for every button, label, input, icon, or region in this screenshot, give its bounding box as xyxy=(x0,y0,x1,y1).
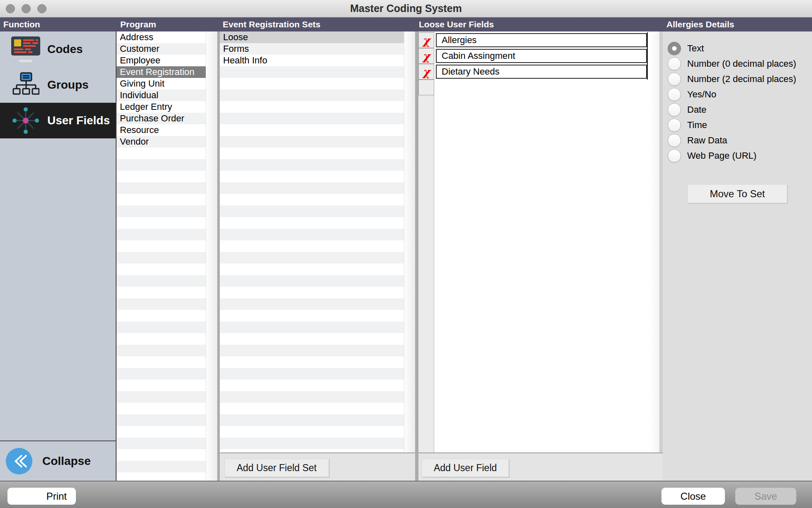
program-row-purchase-order[interactable]: Purchase Order xyxy=(117,113,206,124)
titlebar: Master Coding System xyxy=(0,0,812,17)
user-field-input-dietary-needs[interactable] xyxy=(436,65,647,79)
close-window-icon[interactable] xyxy=(6,4,15,13)
sidebar-item-label: User Fields xyxy=(47,114,110,127)
column-header-bar: Function Program Event Registration Sets… xyxy=(0,17,812,31)
allergies-details-panel: TextNumber (0 decimal places)Number (2 d… xyxy=(663,31,812,481)
radio-button-number-2-decimal-places[interactable] xyxy=(668,73,681,86)
zoom-window-icon[interactable] xyxy=(37,4,46,13)
field-type-option-number-2-decimal-places: Number (2 decimal places) xyxy=(663,71,812,87)
program-row-customer[interactable]: Customer xyxy=(117,43,206,55)
set-row-loose[interactable]: Loose xyxy=(220,31,404,43)
header-loose-user-fields: Loose User Fields xyxy=(419,17,494,31)
divider-fields-details xyxy=(659,31,663,452)
program-row-vendor[interactable]: Vendor xyxy=(117,136,206,148)
fields-column: χχχ Add User Field xyxy=(418,31,663,481)
sets-scrollbar[interactable] xyxy=(404,31,415,452)
radio-button-raw-data[interactable] xyxy=(668,134,681,147)
save-button[interactable]: Save xyxy=(735,488,796,505)
radio-label: Date xyxy=(687,104,706,115)
field-type-option-text: Text xyxy=(663,41,812,56)
footer-bar: Print Close Save xyxy=(0,481,812,508)
add-user-field-button[interactable]: Add User Field xyxy=(422,459,509,477)
radio-button-text[interactable] xyxy=(668,42,681,55)
field-type-option-yes-no: Yes/No xyxy=(663,87,812,102)
field-type-option-time: Time xyxy=(663,117,812,133)
sidebar-item-label: Codes xyxy=(47,43,83,56)
field-type-radio-group: TextNumber (0 decimal places)Number (2 d… xyxy=(663,41,812,163)
program-row-giving-unit[interactable]: Giving Unit xyxy=(117,78,206,90)
radio-button-yes-no[interactable] xyxy=(668,88,681,101)
field-type-option-date: Date xyxy=(663,102,812,117)
sets-list: LooseFormsHealth Info xyxy=(220,31,404,452)
radio-button-number-0-decimal-places[interactable] xyxy=(668,57,681,70)
radio-button-time[interactable] xyxy=(668,119,681,132)
window-body: Codes Groups User Fields xyxy=(0,31,812,481)
collapse-label: Collapse xyxy=(42,455,91,468)
program-column: AddressCustomerEmployeeEvent Registratio… xyxy=(117,31,217,481)
radio-label: Web Page (URL) xyxy=(687,150,756,161)
radio-label: Number (2 decimal places) xyxy=(687,74,796,85)
program-row-resource[interactable]: Resource xyxy=(117,124,206,136)
groups-icon xyxy=(4,72,47,98)
header-allergies-details: Allergies Details xyxy=(666,17,734,31)
codes-icon xyxy=(4,36,47,63)
move-to-set-button[interactable]: Move To Set xyxy=(688,184,787,203)
program-row-ledger-entry[interactable]: Ledger Entry xyxy=(117,101,206,113)
radio-label: Time xyxy=(687,120,707,131)
radio-label: Raw Data xyxy=(687,135,727,146)
header-program: Program xyxy=(120,17,156,31)
sets-button-strip: Add User Field Set xyxy=(220,452,415,481)
window-title: Master Coding System xyxy=(0,2,812,15)
program-list: AddressCustomerEmployeeEvent Registratio… xyxy=(117,31,206,481)
delete-field-button[interactable]: χ xyxy=(418,32,434,48)
delete-x-icon: χ xyxy=(423,51,430,62)
delete-x-icon: χ xyxy=(423,35,430,46)
collapse-chevron-icon xyxy=(6,448,32,474)
user-fields-icon xyxy=(4,106,47,135)
program-row-employee[interactable]: Employee xyxy=(117,55,206,66)
fields-button-strip: Add User Field xyxy=(418,452,663,481)
collapse-button[interactable]: Collapse xyxy=(0,441,116,481)
field-type-option-web-page-url: Web Page (URL) xyxy=(663,148,812,163)
header-function: Function xyxy=(3,17,40,31)
sidebar-item-groups[interactable]: Groups xyxy=(0,67,116,103)
delete-field-cell-empty xyxy=(418,80,434,95)
function-nav: Codes Groups User Fields xyxy=(0,31,116,138)
radio-label: Number (0 decimal places) xyxy=(687,58,796,69)
delete-field-button[interactable]: χ xyxy=(418,48,434,64)
traffic-lights xyxy=(6,0,46,17)
fields-right-border xyxy=(647,32,648,80)
radio-label: Yes/No xyxy=(687,89,716,100)
sets-main: LooseFormsHealth Info xyxy=(220,31,415,452)
radio-button-date[interactable] xyxy=(668,103,681,116)
master-coding-system-window: Master Coding System Function Program Ev… xyxy=(0,0,812,508)
fields-list: χχχ xyxy=(418,31,663,452)
set-row-health-info[interactable]: Health Info xyxy=(220,55,404,66)
close-button[interactable]: Close xyxy=(661,488,725,505)
program-row-individual[interactable]: Individual xyxy=(117,90,206,101)
program-scrollbar[interactable] xyxy=(206,31,217,481)
divider-sets-fields xyxy=(415,31,418,481)
sidebar-item-user-fields[interactable]: User Fields xyxy=(0,103,116,138)
radio-button-web-page-url[interactable] xyxy=(668,149,681,162)
delete-x-icon: χ xyxy=(423,66,430,77)
function-sidebar: Codes Groups User Fields xyxy=(0,31,116,481)
sidebar-item-label: Groups xyxy=(47,78,89,92)
minimize-window-icon[interactable] xyxy=(22,4,31,13)
field-type-option-raw-data: Raw Data xyxy=(663,133,812,148)
radio-label: Text xyxy=(687,43,704,54)
print-button[interactable]: Print xyxy=(7,488,76,505)
program-row-event-registration[interactable]: Event Registration xyxy=(117,66,206,78)
add-user-field-set-button[interactable]: Add User Field Set xyxy=(224,459,329,477)
program-row-address[interactable]: Address xyxy=(117,31,206,43)
sidebar-item-codes[interactable]: Codes xyxy=(0,31,116,67)
user-field-input-allergies[interactable] xyxy=(436,33,647,47)
set-row-forms[interactable]: Forms xyxy=(220,43,404,55)
user-field-input-cabin-assingment[interactable] xyxy=(436,49,647,63)
delete-field-button[interactable]: χ xyxy=(418,64,434,80)
header-event-registration-sets: Event Registration Sets xyxy=(223,17,321,31)
sets-column: LooseFormsHealth Info Add User Field Set xyxy=(220,31,415,481)
sidebar-spacer xyxy=(0,138,116,440)
field-type-option-number-0-decimal-places: Number (0 decimal places) xyxy=(663,56,812,71)
